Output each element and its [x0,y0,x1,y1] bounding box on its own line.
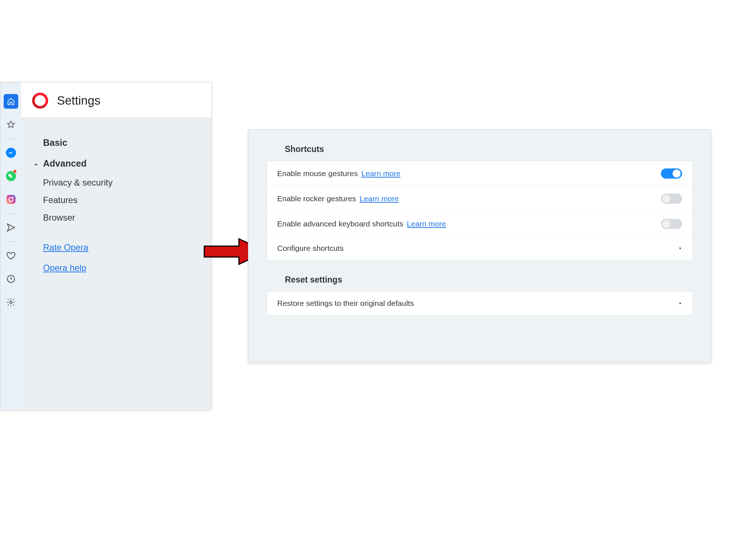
reset-section-title: Reset settings [285,275,693,285]
heart-outline-icon[interactable] [4,248,18,263]
label-restore-defaults: Restore settings to their original defau… [277,299,414,308]
settings-sidebar-window: Settings Basic Advanced Privacy & securi… [0,82,212,410]
toggle-mouse-gestures[interactable] [661,168,682,179]
iconbar-separator [7,241,15,242]
nav-spacer [21,226,211,237]
row-mouse-gestures: Enable mouse gestures Learn more [267,161,692,186]
learn-more-link[interactable]: Learn more [361,169,400,178]
nav-basic[interactable]: Basic [21,132,211,153]
iconbar-separator [7,139,15,139]
reset-card: Restore settings to their original defau… [267,291,693,315]
toggle-rocker-gestures[interactable] [661,194,682,204]
opera-logo-icon [32,93,48,109]
messenger-icon[interactable] [4,145,18,160]
gear-icon[interactable] [4,295,18,310]
send-icon[interactable] [4,220,18,235]
star-outline-icon[interactable] [4,117,18,132]
clock-icon[interactable] [4,272,18,286]
iconbar-separator [7,213,15,214]
settings-nav: Basic Advanced Privacy & security Featur… [21,118,211,410]
nav-advanced[interactable]: Advanced [21,153,211,174]
chevron-right-icon [678,244,682,253]
label-configure-shortcuts: Configure shortcuts [277,244,344,253]
shortcuts-section-title: Shortcuts [285,144,693,154]
learn-more-link[interactable]: Learn more [407,219,446,228]
settings-body: Settings Basic Advanced Privacy & securi… [21,82,211,410]
chevron-right-icon [678,299,682,308]
row-rocker-gestures: Enable rocker gestures Learn more [267,186,692,211]
nav-browser[interactable]: Browser [21,209,211,226]
label-rocker-gestures: Enable rocker gestures [277,194,356,203]
home-icon[interactable] [4,94,18,109]
page-title: Settings [57,94,100,108]
row-restore-defaults[interactable]: Restore settings to their original defau… [267,292,692,315]
svg-rect-2 [6,195,15,204]
learn-more-link[interactable]: Learn more [360,194,399,203]
svg-point-4 [12,197,13,198]
nav-rate-opera[interactable]: Rate Opera [21,237,211,258]
shortcuts-card: Enable mouse gestures Learn more Enable … [267,161,693,260]
notification-badge-icon [13,170,17,173]
whatsapp-icon[interactable] [4,169,18,183]
instagram-icon[interactable] [4,192,18,207]
row-keyboard-shortcuts: Enable advanced keyboard shortcuts Learn… [267,211,692,237]
vertical-iconbar [0,82,21,410]
toggle-keyboard-shortcuts[interactable] [661,219,682,229]
nav-advanced-label: Advanced [43,158,86,168]
svg-point-6 [9,301,12,304]
nav-opera-help[interactable]: Opera help [21,258,211,278]
nav-privacy[interactable]: Privacy & security [21,174,211,191]
shortcuts-settings-panel: Shortcuts Enable mouse gestures Learn mo… [248,129,711,363]
nav-features[interactable]: Features [21,191,211,209]
chevron-up-icon [34,158,39,169]
settings-header: Settings [21,82,211,118]
label-keyboard-shortcuts: Enable advanced keyboard shortcuts [277,219,403,228]
label-mouse-gestures: Enable mouse gestures [277,169,358,178]
row-configure-shortcuts[interactable]: Configure shortcuts [267,237,692,260]
